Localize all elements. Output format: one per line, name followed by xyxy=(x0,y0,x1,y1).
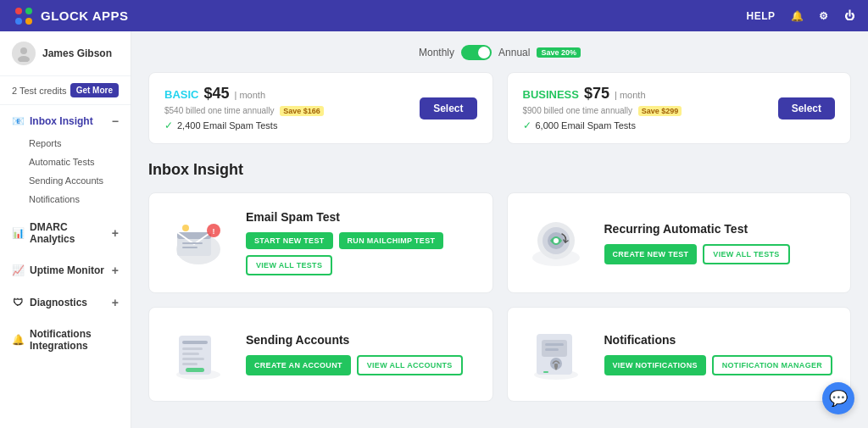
svg-rect-22 xyxy=(182,347,203,350)
plan-price-business: $75 xyxy=(584,85,609,103)
power-icon[interactable]: ⏻ xyxy=(844,10,855,22)
svg-rect-26 xyxy=(186,368,204,372)
inbox-icon: 📧 xyxy=(12,115,24,127)
chat-icon: 💬 xyxy=(829,389,848,408)
sidebar-sub-item-reports[interactable]: Reports xyxy=(0,134,131,153)
pricing-card-business: BUSINESS $75 | month $900 billed one tim… xyxy=(507,72,852,144)
recurring-illustration xyxy=(523,214,591,273)
select-business-button[interactable]: Select xyxy=(778,97,835,120)
view-all-accounts-button[interactable]: VIEW ALL ACCOUNTS xyxy=(357,355,463,375)
svg-point-2 xyxy=(15,18,22,25)
email-spam-buttons: START NEW TEST RUN MAILCHIMP TEST VIEW A… xyxy=(246,232,477,275)
pricing-card-basic-info: BASIC $45 | month $540 billed one time a… xyxy=(164,85,324,131)
feature-card-email-spam: ! Email Spam Test START NEW TEST RUN MAI… xyxy=(148,192,493,293)
sending-title: Sending Accounts xyxy=(246,333,477,347)
logo-icon xyxy=(14,6,34,26)
collapse-icon[interactable]: − xyxy=(112,114,119,128)
notifications-buttons: VIEW NOTIFICATIONS NOTIFICATION MANAGER xyxy=(604,355,836,375)
sidebar-sub-item-notifications[interactable]: Notifications xyxy=(0,190,131,208)
sidebar-item-label-uptime: Uptime Monitor xyxy=(30,264,104,276)
create-account-button[interactable]: CREATE AN ACCOUNT xyxy=(246,355,351,375)
check-icon-basic: ✓ xyxy=(164,120,173,131)
create-new-test-button[interactable]: CREATE NEW TEST xyxy=(604,244,698,264)
select-basic-button[interactable]: Select xyxy=(420,97,476,120)
feature-text-business: 6,000 Email Spam Tests xyxy=(536,120,636,131)
svg-point-1 xyxy=(25,8,32,14)
monthly-label: Monthly xyxy=(419,47,454,58)
credits-text: 2 Test credits xyxy=(12,86,67,96)
feature-text-basic: 2,400 Email Spam Tests xyxy=(177,120,277,131)
expand-dmarc-icon[interactable]: + xyxy=(112,226,119,240)
expand-diagnostics-icon[interactable]: + xyxy=(112,296,119,309)
sidebar-item-label-dmarc: DMARC Analytics xyxy=(30,221,112,245)
sidebar-user: James Gibson xyxy=(0,31,131,76)
svg-rect-31 xyxy=(545,348,559,351)
svg-point-5 xyxy=(18,56,30,62)
avatar xyxy=(12,42,36,65)
svg-rect-35 xyxy=(543,371,548,373)
svg-rect-33 xyxy=(554,364,558,368)
get-more-button[interactable]: Get More xyxy=(70,83,119,97)
feature-card-sending: Sending Accounts CREATE AN ACCOUNT VIEW … xyxy=(148,307,493,402)
email-spam-title: Email Spam Test xyxy=(246,210,477,224)
sidebar-item-notif-integrations[interactable]: 🔔 Notifications Integrations xyxy=(0,322,131,358)
sidebar-item-diagnostics[interactable]: 🛡 Diagnostics + xyxy=(0,290,131,315)
pricing-card-business-header: BUSINESS $75 | month xyxy=(523,85,682,103)
svg-rect-23 xyxy=(182,353,199,355)
run-mailchimp-test-button[interactable]: RUN MAILCHIMP TEST xyxy=(339,232,444,249)
svg-rect-30 xyxy=(545,343,564,346)
sidebar-item-label-diagnostics: Diagnostics xyxy=(30,297,87,308)
expand-uptime-icon[interactable]: + xyxy=(112,264,119,277)
sidebar-item-label-notif: Notifications Integrations xyxy=(30,328,119,352)
svg-rect-21 xyxy=(182,341,208,344)
plan-price-basic: $45 xyxy=(203,85,229,103)
monitor-icon: 📈 xyxy=(12,264,24,276)
check-feature-business: ✓ 6,000 Email Spam Tests xyxy=(523,120,682,131)
sidebar-section-dmarc: 📊 DMARC Analytics + xyxy=(0,212,131,254)
pricing-toggle: Monthly Annual Save 20% xyxy=(148,45,851,60)
svg-point-34 xyxy=(555,367,558,370)
view-notifications-button[interactable]: VIEW NOTIFICATIONS xyxy=(604,355,706,375)
help-link[interactable]: HELP xyxy=(746,10,775,22)
bell-sidebar-icon: 🔔 xyxy=(12,334,24,346)
pricing-card-basic-row: BASIC $45 | month $540 billed one time a… xyxy=(164,85,477,131)
start-new-test-button[interactable]: START NEW TEST xyxy=(246,232,333,249)
chat-bubble[interactable]: 💬 xyxy=(822,382,854,414)
sending-content: Sending Accounts CREATE AN ACCOUNT VIEW … xyxy=(246,333,477,375)
annual-label: Annual xyxy=(498,47,530,58)
pricing-card-basic: BASIC $45 | month $540 billed one time a… xyxy=(148,72,493,144)
sidebar-section-inbox: 📧 Inbox Insight − Reports Automatic Test… xyxy=(0,105,131,212)
plan-period-basic: | month xyxy=(235,90,266,100)
email-spam-content: Email Spam Test START NEW TEST RUN MAILC… xyxy=(246,210,477,275)
sidebar-item-uptime-left: 📈 Uptime Monitor xyxy=(12,264,104,276)
bell-icon[interactable]: 🔔 xyxy=(791,10,804,22)
sidebar-item-dmarc[interactable]: 📊 DMARC Analytics + xyxy=(0,215,131,251)
settings-icon[interactable]: ⚙ xyxy=(819,10,829,22)
check-feature-basic: ✓ 2,400 Email Spam Tests xyxy=(164,120,324,131)
topnav-right: HELP 🔔 ⚙ ⏻ xyxy=(746,10,854,22)
sidebar-section-uptime: 📈 Uptime Monitor + xyxy=(0,254,131,286)
sidebar-item-inbox[interactable]: 📧 Inbox Insight − xyxy=(0,108,131,134)
sidebar-sub-item-sending-accounts[interactable]: Sending Accounts xyxy=(0,171,131,190)
toggle-switch[interactable] xyxy=(461,45,492,60)
top-navigation: GLOCK APPS HELP 🔔 ⚙ ⏻ xyxy=(0,0,868,31)
notifications-title: Notifications xyxy=(604,333,836,347)
plan-period-business: | month xyxy=(615,90,646,100)
chart-icon: 📊 xyxy=(12,227,24,239)
pricing-card-business-info: BUSINESS $75 | month $900 billed one tim… xyxy=(523,85,682,131)
notifications-illustration xyxy=(523,325,591,384)
svg-point-3 xyxy=(25,18,32,25)
notification-manager-button[interactable]: NOTIFICATION MANAGER xyxy=(712,355,832,375)
view-all-tests-button-recurring[interactable]: VIEW ALL TESTS xyxy=(703,244,789,264)
features-grid: ! Email Spam Test START NEW TEST RUN MAI… xyxy=(148,192,851,402)
logo-text: GLOCK APPS xyxy=(41,8,129,23)
toggle-knob xyxy=(478,47,490,58)
save-badge: Save 20% xyxy=(537,47,581,58)
plan-name-basic: BASIC xyxy=(164,88,198,101)
billing-business: $900 billed one time annually xyxy=(523,106,633,115)
sidebar-sub-item-automatic-tests[interactable]: Automatic Tests xyxy=(0,153,131,171)
sidebar-item-dmarc-left: 📊 DMARC Analytics xyxy=(12,221,112,245)
sidebar-item-uptime[interactable]: 📈 Uptime Monitor + xyxy=(0,258,131,283)
view-all-tests-button-email[interactable]: VIEW ALL TESTS xyxy=(246,255,332,275)
check-icon-business: ✓ xyxy=(523,120,531,131)
